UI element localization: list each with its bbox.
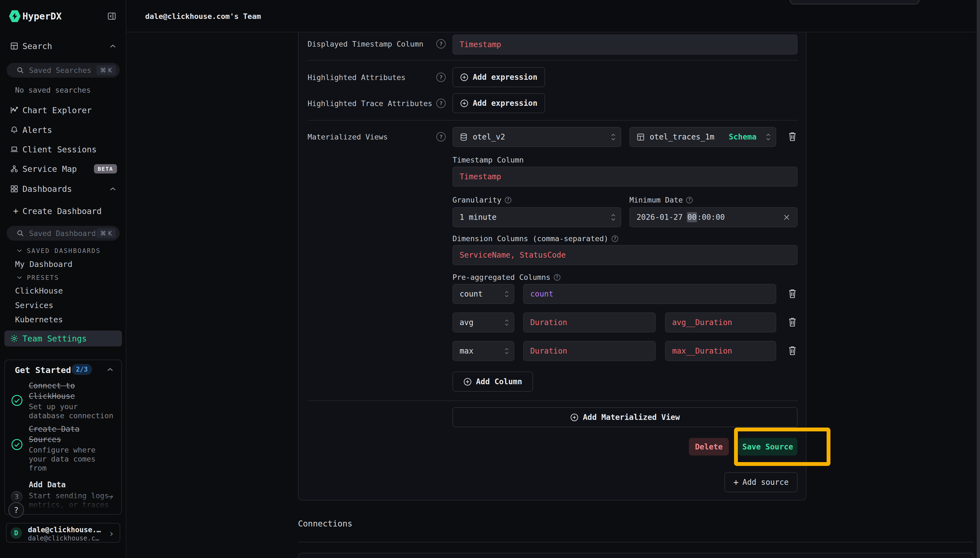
group-presets[interactable]: PRESETS [16, 274, 59, 281]
sidebar-item-client-sessions[interactable]: Client Sessions [0, 143, 126, 156]
granularity-select[interactable]: 1 minute [453, 207, 621, 227]
sidebar-item-team-settings[interactable]: Team Settings [4, 330, 122, 346]
sidebar-link-kubernetes[interactable]: Kubernetes [15, 315, 63, 324]
delete-source-button[interactable]: Delete [689, 438, 729, 456]
clear-date-icon[interactable] [783, 213, 790, 221]
divider [308, 60, 798, 61]
displayed-timestamp-input[interactable]: Timestamp [453, 34, 798, 54]
sidebar-item-chart-explorer[interactable]: Chart Explorer [0, 103, 126, 117]
get-started-step-title[interactable]: Add Data [29, 479, 116, 490]
help-icon[interactable]: ? [505, 197, 511, 204]
get-started-step-subtitle: Configure where your data comes from [29, 445, 116, 473]
saved-searches-placeholder: Saved Searches [29, 66, 92, 75]
search-section-icon [10, 42, 19, 51]
delete-column-icon[interactable] [787, 345, 797, 356]
sidebar-link-my-dashboard[interactable]: My Dashboard [15, 259, 73, 269]
sidebar: HyperDX Search Saved Searches ⌘ K No sav… [0, 0, 126, 558]
help-icon[interactable]: ? [612, 235, 618, 242]
aggregation-fn-select[interactable]: avg [453, 312, 514, 332]
saved-searches-input[interactable]: Saved Searches ⌘ K [7, 63, 120, 77]
chevron-up-icon[interactable] [106, 367, 114, 372]
group-saved-dashboards[interactable]: SAVED DASHBOARDS [16, 247, 101, 254]
user-profile-card[interactable]: D dale@clickhouse.… dale@clickhouse.c… › [6, 523, 120, 543]
gear-icon [10, 334, 19, 343]
connections-card [298, 553, 974, 558]
aggregation-expression-input[interactable]: count [523, 284, 776, 304]
saved-dashboards-input[interactable]: Saved Dashboards ⌘ K [7, 226, 120, 241]
sidebar-item-dashboards[interactable]: Dashboards [0, 182, 126, 195]
database-select[interactable]: otel_v2 [453, 127, 621, 147]
sidebar-item-label: Alerts [23, 125, 52, 135]
select-chevrons-icon [611, 214, 616, 221]
aggregation-alias-input[interactable]: avg__Duration [665, 312, 776, 332]
help-icon[interactable]: ? [686, 197, 693, 204]
saved-dashboards-placeholder: Saved Dashboards [29, 229, 100, 238]
highlighted-trace-attributes-label: Highlighted Trace Attributes [308, 99, 432, 108]
aggregation-fn-select[interactable]: count [453, 284, 514, 304]
circle-plus-icon [463, 377, 472, 386]
preaggregated-columns-label: Pre-aggregated Columns? [453, 273, 560, 281]
profile-name: dale@clickhouse.… [28, 526, 101, 534]
create-dashboard-button[interactable]: + Create Dashboard [0, 204, 126, 218]
sidebar-link-services[interactable]: Services [15, 300, 53, 310]
displayed-timestamp-label: Displayed Timestamp Column [308, 40, 424, 48]
collapse-sidebar-icon[interactable] [107, 11, 116, 21]
help-icon[interactable]: ? [436, 98, 446, 108]
select-chevrons-icon [504, 348, 509, 354]
help-icon[interactable]: ? [436, 132, 446, 141]
add-source-button[interactable]: + Add source [725, 472, 798, 492]
aggregation-expression-input[interactable]: Duration [523, 341, 656, 361]
aggregation-fn-select[interactable]: max [453, 341, 514, 361]
sidebar-item-alerts[interactable]: Alerts [0, 123, 126, 136]
sidebar-link-clickhouse[interactable]: ClickHouse [15, 286, 63, 295]
delete-column-icon[interactable] [787, 288, 797, 300]
no-saved-searches: No saved searches [0, 85, 126, 95]
cmd-k-shortcut: ⌘ K [97, 228, 116, 238]
arrow-right-icon: → [108, 491, 113, 501]
beta-badge: BETA [94, 164, 117, 174]
chevron-right-icon: › [109, 528, 114, 539]
question-icon: ? [14, 505, 19, 515]
divider [298, 542, 974, 542]
timestamp-column-input[interactable]: Timestamp [453, 167, 798, 187]
help-button[interactable]: ? [8, 502, 24, 518]
chevron-up-icon[interactable] [109, 44, 116, 48]
cmd-k-shortcut: ⌘ K [97, 65, 116, 75]
connections-heading: Connections [298, 519, 352, 528]
add-column-button[interactable]: Add Column [453, 372, 533, 392]
add-materialized-view-button[interactable]: Add Materialized View [453, 407, 798, 427]
aggregation-alias-input[interactable]: max__Duration [665, 341, 776, 361]
scrollbar[interactable] [977, 0, 980, 558]
help-icon[interactable]: ? [436, 39, 446, 49]
circle-plus-icon [460, 73, 468, 81]
delete-column-icon[interactable] [787, 317, 797, 328]
check-circle-icon [11, 438, 23, 451]
get-started-progress-badge: 2/3 [72, 364, 92, 375]
help-icon[interactable]: ? [436, 73, 446, 82]
get-started-title: Get Started [15, 365, 71, 375]
step-number-badge: 3 [11, 491, 23, 503]
get-started-step-title[interactable]: Create Data Sources [29, 424, 116, 445]
schema-link[interactable]: Schema [729, 132, 756, 141]
chevron-up-icon[interactable] [109, 187, 116, 191]
highlight-annotation-box [734, 428, 830, 466]
delete-materialized-view-icon[interactable] [787, 131, 797, 143]
minimum-date-input[interactable]: 2026-01-2700:00:00 [630, 207, 798, 227]
create-dashboard-label: Create Dashboard [23, 206, 101, 216]
get-started-step-subtitle: Start sending logs, metrics, or traces [29, 491, 116, 509]
sidebar-item-service-map[interactable]: Service Map BETA [0, 162, 126, 176]
select-chevrons-icon [611, 133, 616, 140]
add-expression-button[interactable]: Add expression [453, 67, 545, 87]
dimension-columns-label: Dimension Columns (comma-separated)? [453, 234, 618, 243]
aggregation-expression-input[interactable]: Duration [523, 312, 656, 332]
dimension-columns-input[interactable]: ServiceName, StatusCode [453, 245, 798, 265]
avatar: D [10, 527, 22, 539]
select-chevrons-icon [504, 319, 509, 326]
divider [308, 400, 798, 401]
sidebar-item-search[interactable]: Search [0, 39, 126, 53]
topbar: dale@clickhouse.com's Team [126, 0, 980, 32]
add-expression-button[interactable]: Add expression [453, 93, 545, 113]
table-select[interactable]: otel_traces_1m Schema [630, 127, 776, 147]
help-icon[interactable]: ? [554, 274, 560, 281]
get-started-step-title[interactable]: Connect to ClickHouse [29, 381, 116, 402]
